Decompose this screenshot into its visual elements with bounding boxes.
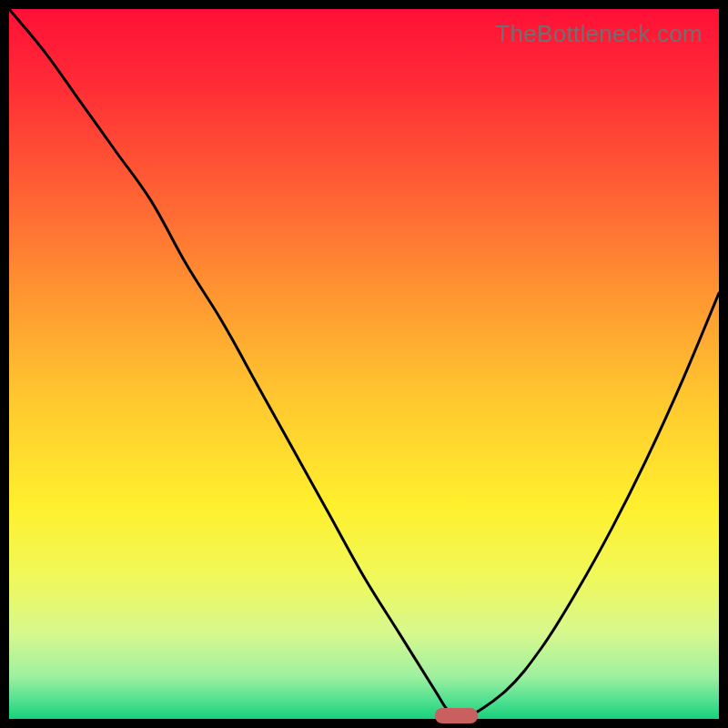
chart-frame: TheBottleneck.com bbox=[9, 9, 719, 719]
bottleneck-marker bbox=[435, 708, 478, 723]
gradient-background bbox=[9, 9, 719, 719]
watermark-text: TheBottleneck.com bbox=[495, 20, 703, 48]
bottleneck-chart bbox=[9, 9, 719, 719]
